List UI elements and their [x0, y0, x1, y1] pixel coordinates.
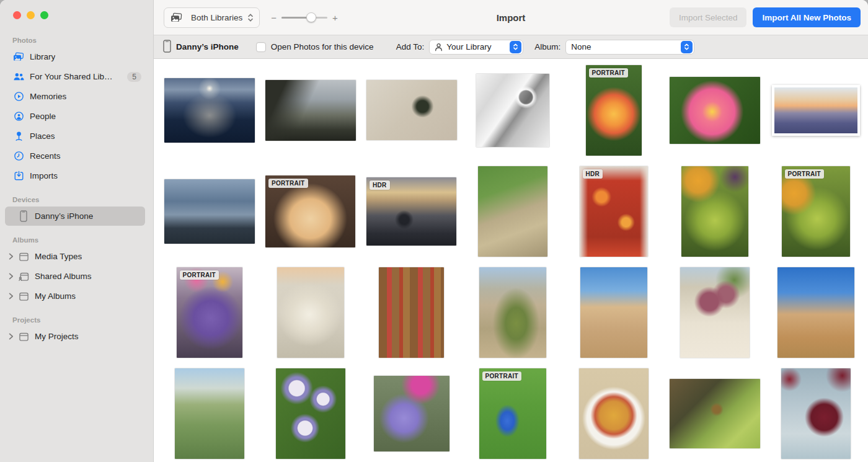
open-photos-checkbox[interactable]	[256, 42, 266, 52]
photo-thumbnail-moonlit-ocean[interactable]	[164, 78, 255, 143]
portrait-badge: PORTRAIT	[482, 371, 522, 381]
photo-thumbnail-romanesco-market[interactable]	[681, 166, 748, 257]
photos-app-window: PhotosLibraryFor Your Shared Lib…5Memori…	[0, 0, 868, 462]
sidebar-section-title-photos: Photos	[0, 37, 153, 47]
sidebar-section-title-projects: Projects	[0, 316, 153, 327]
photo-cell	[765, 60, 866, 161]
chevron-up-down-icon	[510, 41, 521, 53]
places-icon	[12, 130, 25, 143]
photo-thumbnail-nectarine-crate[interactable]: HDR	[580, 166, 648, 257]
sidebar-item-shared-library[interactable]: For Your Shared Lib…5	[5, 67, 145, 86]
chevron-up-down-icon	[681, 41, 693, 53]
zoom-window-button[interactable]	[40, 11, 48, 19]
photo-thumbnail-romanesco-closeup[interactable]: PORTRAIT	[782, 166, 850, 257]
zoom-in-plus[interactable]: +	[332, 12, 338, 23]
iphone-icon	[163, 40, 171, 55]
disclosure-chevron-icon[interactable]	[9, 333, 17, 340]
photo-thumbnail-cream-pie[interactable]: PORTRAIT	[265, 175, 355, 247]
photo-thumbnail-lizard-in-grass[interactable]	[478, 166, 547, 257]
photo-thumbnail-desert-boulders[interactable]	[580, 267, 647, 358]
photo-cell	[159, 60, 260, 161]
import-selected-button[interactable]: Import Selected	[670, 7, 747, 27]
add-to-label: Add To:	[396, 42, 425, 51]
photo-thumbnail-hummingbird[interactable]	[366, 80, 457, 140]
recents-icon	[12, 150, 25, 162]
photo-thumbnail-metal-ring-tool[interactable]	[476, 74, 549, 147]
photo-thumbnail-cholla-cactus[interactable]	[277, 267, 344, 358]
photo-cell: PORTRAIT	[563, 60, 664, 161]
thumbnail-zoom-control: − +	[271, 12, 338, 23]
photo-thumbnail-rock-spires[interactable]	[777, 267, 854, 358]
photo-thumbnail-mountain-canyon[interactable]	[265, 80, 356, 141]
portrait-badge: PORTRAIT	[180, 270, 219, 280]
sidebar-item-places[interactable]: Places	[5, 127, 145, 146]
photo-thumbnail-prickly-pear[interactable]	[680, 267, 750, 358]
photo-thumbnail-aerial-green-hills[interactable]	[175, 368, 244, 459]
sidebar-item-label: My Albums	[35, 291, 76, 301]
sidebar-item-recents[interactable]: Recents	[5, 146, 145, 166]
photo-thumbnail-scrub-jay-grass[interactable]: PORTRAIT	[479, 368, 546, 459]
portrait-badge: PORTRAIT	[785, 169, 825, 179]
photo-thumbnail-pink-dahlia[interactable]	[670, 77, 760, 144]
minimize-window-button[interactable]	[27, 11, 35, 19]
sidebar-item-people[interactable]: People	[5, 107, 145, 126]
sidebar-item-library[interactable]: Library	[5, 47, 145, 66]
photo-thumbnail-yucca-rocks[interactable]	[479, 267, 546, 358]
album-dropdown[interactable]: None	[565, 40, 694, 55]
photo-thumbnail-orange-dahlia[interactable]: PORTRAIT	[586, 65, 642, 156]
photo-thumbnail-sparkling-cherries[interactable]	[781, 368, 851, 459]
window-controls	[0, 11, 153, 19]
iphone-icon	[17, 210, 30, 223]
photo-cell	[765, 262, 866, 363]
photo-cell	[664, 363, 765, 462]
import-all-new-photos-button[interactable]: Import All New Photos	[753, 7, 861, 27]
add-to-dropdown[interactable]: Your Library	[429, 40, 523, 55]
sidebar-item-label: People	[30, 112, 56, 121]
album-label: Album:	[534, 42, 560, 51]
library-selector-dropdown[interactable]: Both Libraries	[164, 7, 260, 28]
disclosure-chevron-icon[interactable]	[9, 253, 17, 260]
sidebar-item-media-types[interactable]: Media Types	[5, 247, 145, 266]
photo-cell	[260, 262, 361, 363]
photo-thumbnail-purple-bouquet[interactable]: PORTRAIT	[177, 267, 242, 358]
zoom-out-minus[interactable]: −	[271, 12, 277, 23]
photo-cell	[361, 262, 462, 363]
sidebar-item-dannys-iphone[interactable]: Danny’s iPhone	[5, 207, 145, 226]
photo-cell: PORTRAIT	[765, 161, 866, 262]
sidebar: PhotosLibraryFor Your Shared Lib…5Memori…	[0, 0, 154, 462]
sidebar-section-title-albums: Albums	[0, 236, 153, 247]
photo-thumbnail-spider-daisies[interactable]	[276, 368, 345, 459]
add-to-value: Your Library	[446, 42, 491, 51]
photo-cell	[462, 161, 563, 262]
photo-thumbnail-red-painted-wood[interactable]	[379, 267, 444, 358]
photo-thumbnail-scabiosa-flower[interactable]	[374, 376, 450, 451]
photo-cell	[664, 60, 765, 161]
photo-thumbnail-cloudy-cityscape[interactable]	[164, 179, 255, 244]
sidebar-item-my-projects[interactable]: My Projects	[5, 327, 145, 346]
zoom-slider-thumb[interactable]	[306, 12, 316, 22]
open-photos-checkbox-label: Open Photos for this device	[271, 42, 374, 51]
photo-thumbnail-bee-on-fern[interactable]	[670, 379, 760, 448]
photo-cell: HDR	[361, 161, 462, 262]
device-bar: Danny’s iPhone Open Photos for this devi…	[154, 35, 868, 59]
photo-cell	[260, 363, 361, 462]
library-selector-label: Both Libraries	[191, 13, 242, 22]
disclosure-chevron-icon[interactable]	[9, 273, 17, 280]
sidebar-item-label: Places	[30, 131, 55, 141]
photo-thumbnail-sunset-haze[interactable]	[772, 85, 860, 136]
photo-cell	[765, 363, 866, 462]
sidebar-item-memories[interactable]: Memories	[5, 87, 145, 106]
portrait-badge: PORTRAIT	[268, 179, 308, 188]
photo-thumbnail-cherry-plum-plate[interactable]	[579, 368, 649, 459]
close-window-button[interactable]	[13, 11, 21, 19]
sidebar-item-imports[interactable]: Imports	[5, 166, 145, 185]
disclosure-chevron-icon[interactable]	[9, 293, 17, 300]
sidebar-item-my-albums[interactable]: My Albums	[5, 287, 145, 306]
toolbar: Both Libraries − + Import Import Selecte…	[154, 0, 868, 35]
sidebar-item-shared-albums[interactable]: Shared Albums	[5, 267, 145, 286]
photo-cell	[563, 262, 664, 363]
sidebar-item-label: Media Types	[35, 252, 82, 261]
device-name: Danny’s iPhone	[176, 42, 239, 51]
zoom-slider[interactable]	[281, 12, 327, 22]
photo-thumbnail-seascape-rocks[interactable]: HDR	[366, 177, 456, 246]
